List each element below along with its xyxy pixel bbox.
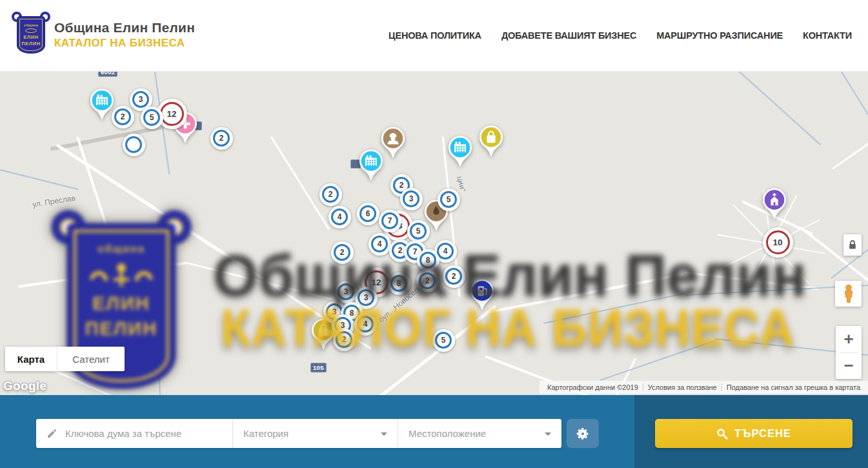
nav-route-schedule[interactable]: МАРШРУТНО РАЗПИСАНИЕ — [656, 30, 783, 41]
cluster-marker[interactable]: 2 — [319, 183, 342, 206]
chevron-down-icon — [381, 432, 387, 436]
map-type-control: Карта Сателит — [5, 347, 125, 371]
road-line — [832, 123, 868, 169]
cluster-marker[interactable]: 7 — [379, 210, 401, 232]
lock-button[interactable] — [843, 234, 862, 256]
road-badge: 105 — [310, 363, 327, 372]
cluster-count: 5 — [410, 223, 427, 239]
location-dropdown[interactable]: Местоположение — [398, 419, 561, 448]
factory-icon — [89, 88, 115, 121]
google-logo[interactable]: Google — [3, 379, 46, 393]
crest-town-label: община — [24, 23, 38, 27]
pegman-icon — [842, 284, 856, 303]
page: община ЕЛИН ПЕЛИН Община Елин Пелин КАТА… — [0, 0, 868, 468]
road-badge: 6002 — [98, 71, 117, 77]
cluster-marker[interactable]: 5 — [432, 329, 455, 352]
cluster-marker[interactable]: 5 — [438, 188, 460, 211]
category-pin-fuel[interactable] — [469, 278, 495, 312]
gear-icon — [576, 427, 590, 441]
advanced-settings-button[interactable] — [567, 419, 599, 448]
cluster-count — [125, 136, 142, 153]
search-icon — [716, 428, 728, 440]
cluster-count: 8 — [390, 275, 407, 292]
cluster-count: 2 — [445, 268, 462, 285]
road-line — [18, 261, 188, 288]
site-title: Община Елин Пелин — [54, 20, 195, 36]
cluster-marker[interactable]: 8 — [417, 249, 439, 272]
cluster-count: 2 — [322, 186, 339, 203]
nav-add-business[interactable]: ДОБАВЕТЕ ВАШИЯТ БИЗНЕС — [501, 30, 636, 41]
search-button[interactable]: ТЪРСЕНЕ — [655, 419, 853, 448]
map-type-satellite-button[interactable]: Сателит — [57, 347, 125, 371]
keyword-search-input[interactable] — [64, 427, 221, 440]
road-line — [487, 273, 684, 314]
cluster-marker[interactable]: 8 — [388, 272, 410, 295]
worker-icon — [380, 126, 406, 159]
nav-contacts[interactable]: КОНТАКТИ — [803, 30, 852, 41]
cluster-marker[interactable]: 4 — [368, 233, 391, 256]
brand-text: Община Елин Пелин КАТАЛОГ НА БИЗНЕСА — [54, 20, 195, 50]
attribution-report-link[interactable]: Подаване на сигнал за грешка в картата — [722, 383, 865, 391]
cluster-marker[interactable] — [123, 134, 145, 156]
cluster-count: 3 — [403, 190, 419, 207]
category-pin-shopping-bag[interactable] — [478, 125, 504, 158]
cluster-marker[interactable]: 5 — [407, 220, 430, 243]
municipality-crest-icon: община ЕЛИН ПЕЛИН — [14, 13, 48, 57]
cluster-count: 4 — [371, 236, 388, 252]
category-pin-factory[interactable] — [89, 88, 115, 121]
cluster-count: 4 — [357, 316, 374, 332]
search-button-label: ТЪРСЕНЕ — [734, 427, 791, 440]
main-nav: ЦЕНОВА ПОЛИТИКА ДОБАВЕТЕ ВАШИЯТ БИЗНЕС М… — [389, 0, 852, 71]
cluster-count: 2 — [419, 272, 436, 289]
watermark-crest-town: община — [97, 243, 145, 255]
zoom-in-button[interactable]: + — [836, 326, 862, 352]
road-line — [270, 136, 330, 230]
zoom-out-button[interactable]: − — [836, 353, 862, 380]
map-attribution: Картографски данни ©2019 Условия за полз… — [540, 381, 868, 394]
cluster-marker[interactable]: 2 — [331, 241, 354, 264]
factory-icon — [447, 135, 473, 168]
river-line — [0, 169, 79, 190]
cluster-marker[interactable]: 10 — [763, 227, 793, 258]
cluster-marker[interactable]: 3 — [400, 188, 423, 210]
chevron-down-icon — [545, 432, 551, 436]
road-line — [50, 125, 165, 151]
cluster-marker[interactable]: 4 — [354, 313, 377, 336]
factory-icon — [358, 148, 384, 182]
cluster-marker[interactable]: 2 — [333, 329, 356, 351]
cluster-count: 2 — [334, 244, 350, 261]
cluster-marker[interactable]: 2 — [416, 270, 439, 292]
cluster-count: 6 — [359, 205, 376, 222]
street-view-pegman-button[interactable] — [835, 281, 862, 307]
map-type-map-button[interactable]: Карта — [5, 347, 57, 371]
category-dropdown[interactable]: Категория — [232, 419, 398, 448]
brand-logo[interactable]: община ЕЛИН ПЕЛИН Община Елин Пелин КАТА… — [14, 13, 195, 57]
cluster-count: 2 — [213, 130, 230, 147]
search-input-group: Категория Местоположение — [36, 419, 561, 448]
nav-pricing-policy[interactable]: ЦЕНОВА ПОЛИТИКА — [389, 30, 481, 41]
cluster-marker[interactable]: 6 — [357, 203, 379, 225]
cluster-count: 5 — [440, 191, 457, 208]
cluster-marker[interactable]: 3 — [335, 281, 358, 303]
keyword-section — [36, 419, 232, 448]
cluster-count: 3 — [338, 283, 354, 300]
attribution-terms-link[interactable]: Условия за ползване — [643, 383, 722, 391]
cluster-marker[interactable]: 4 — [328, 206, 351, 229]
category-pin-worker[interactable] — [380, 126, 406, 159]
cluster-count: 10 — [766, 230, 790, 254]
crest-name-line2: ПЕЛИН — [21, 41, 40, 46]
cluster-marker[interactable]: 2 — [443, 265, 465, 288]
map-canvas[interactable]: 6002105ул. Преславбул. „Новоселции" 1232… — [0, 71, 868, 395]
cluster-count: 3 — [132, 91, 149, 108]
category-dropdown-value: Категория — [243, 428, 288, 439]
category-pin-church[interactable] — [762, 187, 787, 221]
crest-ornament — [25, 28, 37, 33]
cluster-count: 3 — [358, 289, 374, 306]
cluster-marker[interactable]: 2 — [210, 127, 233, 150]
cluster-count: 7 — [381, 212, 398, 229]
search-panel: Категория Местоположение ТЪРСЕНЕ — [0, 395, 868, 468]
fuel-icon — [469, 278, 495, 312]
category-pin-factory[interactable] — [358, 148, 384, 182]
cluster-marker[interactable]: 5 — [141, 107, 163, 129]
category-pin-factory[interactable] — [447, 135, 473, 168]
